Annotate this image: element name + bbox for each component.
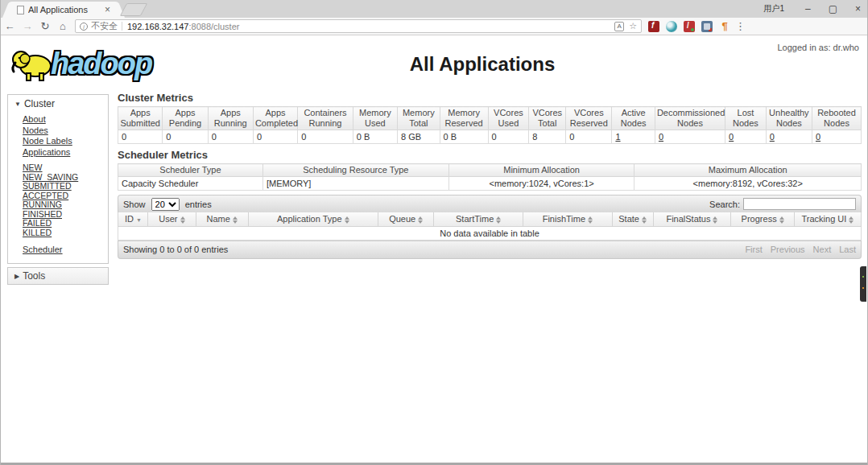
- sidebar-item-new: NEW: [23, 163, 108, 172]
- bookmark-star-icon[interactable]: ☆: [629, 21, 637, 31]
- last-page-button[interactable]: Last: [839, 245, 856, 254]
- col-state[interactable]: State: [612, 212, 653, 226]
- new-link[interactable]: NEW: [23, 163, 43, 172]
- metric-containers-running: 0: [298, 130, 353, 144]
- sort-icon: [642, 216, 647, 224]
- site-info-icon[interactable]: i: [80, 23, 88, 31]
- col-apps-completed: Apps Completed: [253, 107, 297, 130]
- lost-nodes-link[interactable]: 0: [729, 132, 734, 142]
- col-decommissioned-nodes: Decommissioned Nodes: [655, 107, 725, 130]
- col-finishtime[interactable]: FinishTime: [523, 212, 613, 226]
- translate-icon[interactable]: A: [614, 22, 624, 31]
- new-tab-button[interactable]: [120, 3, 148, 16]
- decommissioned-nodes-link[interactable]: 0: [659, 132, 663, 142]
- swirl-extension-icon[interactable]: [666, 21, 677, 32]
- yarn-page: Logged in as: dr.who hadoop All Applicat…: [1, 35, 867, 463]
- cluster-metrics-table: Apps Submitted Apps Pending Apps Running…: [118, 106, 862, 144]
- col-tracking-ui[interactable]: Tracking UI: [794, 212, 861, 226]
- show-label: Show: [123, 200, 146, 209]
- minimize-button[interactable]: –: [805, 0, 811, 18]
- rebooted-nodes-link[interactable]: 0: [816, 132, 820, 142]
- col-memory-total: Memory Total: [398, 107, 440, 130]
- sidebar-item-node-labels: Node Labels: [23, 135, 108, 146]
- col-user[interactable]: User: [147, 212, 196, 226]
- col-containers-running: Containers Running: [298, 107, 353, 130]
- pilcrow-extension-icon[interactable]: ¶: [719, 21, 730, 32]
- reload-icon[interactable]: ↻: [36, 20, 54, 32]
- active-nodes-link[interactable]: 1: [615, 132, 620, 142]
- col-memory-reserved: Memory Reserved: [440, 107, 488, 130]
- accepted-link[interactable]: ACCEPTED: [23, 191, 68, 200]
- col-queue[interactable]: Queue: [378, 212, 434, 226]
- about-link[interactable]: About: [23, 114, 46, 124]
- col-finalstatus[interactable]: FinalStatus: [653, 212, 731, 226]
- metric-apps-running: 0: [208, 130, 253, 144]
- col-id[interactable]: ID▼: [118, 212, 148, 226]
- empty-row: No data available in table: [118, 226, 862, 240]
- chrome-profile-label[interactable]: 用户1: [763, 3, 784, 14]
- metric-memory-reserved: 0 B: [440, 130, 488, 144]
- metric-vcores-reserved: 0: [566, 130, 612, 144]
- tab-title: All Applications: [28, 5, 101, 14]
- sidebar-item-submitted: SUBMITTED: [23, 181, 108, 191]
- killed-link[interactable]: KILLED: [23, 228, 52, 237]
- applications-link[interactable]: Applications: [23, 147, 70, 157]
- finished-link[interactable]: FINISHED: [23, 209, 62, 219]
- datatable-footer: Showing 0 to 0 of 0 entries First Previo…: [118, 241, 862, 259]
- col-active-nodes: Active Nodes: [612, 107, 655, 130]
- new-saving-link[interactable]: NEW_SAVING: [23, 172, 78, 182]
- col-starttime[interactable]: StartTime: [434, 212, 523, 226]
- sidebar-item-running: RUNNING: [23, 200, 108, 209]
- browser-tab[interactable]: All Applications ×: [12, 2, 115, 18]
- metric-vcores-total: 8: [529, 130, 566, 144]
- sidebar-item-nodes: Nodes: [23, 125, 108, 136]
- col-minimum-allocation: Minimum Allocation: [448, 164, 634, 177]
- col-progress[interactable]: Progress: [731, 212, 794, 226]
- metric-memory-used: 0 B: [353, 130, 397, 144]
- tools-nav-header[interactable]: ▶Tools: [7, 267, 109, 285]
- metric-lost-nodes: 0: [725, 130, 767, 144]
- puzzle-extension-icon[interactable]: [701, 21, 713, 32]
- node-labels-link[interactable]: Node Labels: [23, 136, 72, 146]
- forward-icon[interactable]: →: [19, 20, 36, 32]
- side-panel-handle[interactable]: [860, 266, 866, 302]
- first-page-button[interactable]: First: [745, 245, 762, 254]
- sort-icon: [345, 216, 349, 224]
- failed-link[interactable]: FAILED: [23, 218, 52, 228]
- scheduler-metrics-table: Scheduler Type Scheduling Resource Type …: [118, 163, 862, 191]
- metric-scheduler-type: Capacity Scheduler: [118, 177, 263, 191]
- chrome-menu-icon[interactable]: ⋮: [735, 20, 746, 32]
- address-bar[interactable]: i 不安全 192.168.32.147 :8088/cluster A ☆: [75, 19, 642, 33]
- sort-icon: [588, 216, 593, 224]
- flash-extension-icon[interactable]: [648, 21, 659, 32]
- cluster-metrics-header-row: Apps Submitted Apps Pending Apps Running…: [118, 107, 862, 130]
- scheduler-link[interactable]: Scheduler: [23, 245, 63, 254]
- nodes-link[interactable]: Nodes: [23, 126, 48, 135]
- col-name[interactable]: Name: [196, 212, 248, 226]
- flash2-extension-icon[interactable]: [684, 21, 695, 32]
- cluster-nav-header[interactable]: ▼Cluster: [8, 95, 108, 112]
- metric-rebooted-nodes: 0: [812, 130, 861, 144]
- col-application-type[interactable]: Application Type: [248, 212, 378, 226]
- url-path: :8088/cluster: [188, 22, 239, 31]
- close-button[interactable]: ×: [855, 0, 861, 18]
- page-size-select[interactable]: 20: [151, 198, 180, 211]
- col-lost-nodes: Lost Nodes: [725, 107, 767, 130]
- maximize-button[interactable]: ▢: [829, 0, 837, 18]
- table-search: Search:: [709, 198, 856, 210]
- submitted-link[interactable]: SUBMITTED: [23, 181, 72, 191]
- running-link[interactable]: RUNNING: [23, 200, 62, 209]
- metric-decommissioned-nodes: 0: [655, 130, 725, 144]
- back-icon[interactable]: ←: [1, 20, 19, 32]
- sidebar-item-killed: KILLED: [23, 228, 108, 237]
- col-vcores-total: VCores Total: [529, 107, 566, 130]
- unhealthy-nodes-link[interactable]: 0: [770, 132, 775, 142]
- previous-page-button[interactable]: Previous: [771, 245, 805, 254]
- home-icon[interactable]: ⌂: [54, 20, 72, 32]
- sidebar-item-finished: FINISHED: [23, 209, 108, 219]
- search-input[interactable]: [743, 198, 856, 210]
- tab-close-icon[interactable]: ×: [105, 4, 110, 15]
- next-page-button[interactable]: Next: [813, 245, 832, 254]
- sort-icon: [418, 216, 423, 224]
- col-scheduling-resource-type: Scheduling Resource Type: [262, 164, 448, 177]
